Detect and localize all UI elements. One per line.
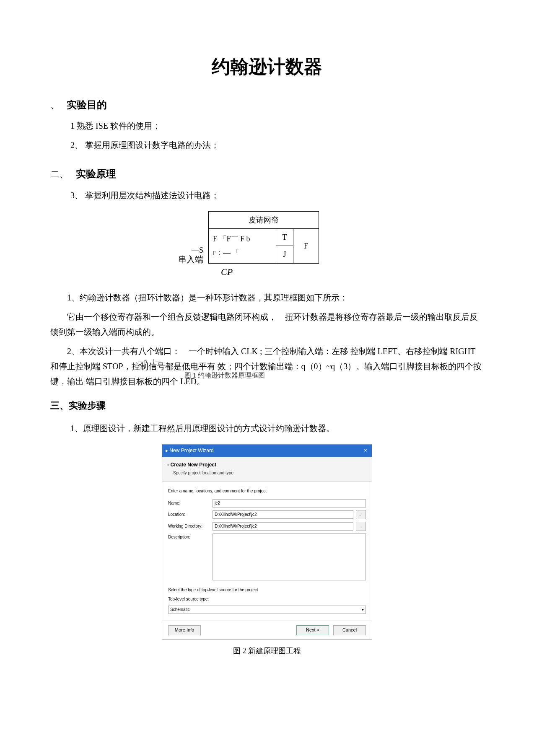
- section1-item1: 1 熟悉 ISE 软件的使用；: [70, 118, 484, 133]
- browse-location-button[interactable]: ...: [356, 510, 366, 519]
- body-p1: 1、约翰逊计数器（扭环计数器）是一种环形计数器，其原理框图如下所示：: [50, 290, 484, 305]
- browse-workdir-button[interactable]: ...: [356, 522, 366, 531]
- new-project-wizard: ▸ New Project Wizard × ◦ Create New Proj…: [162, 444, 372, 640]
- wizard-title: New Project Wizard: [169, 448, 213, 453]
- body-p2: 它由一个移位寄存器和一个组合反馈逻辑电路闭环构成， 扭环计数器是将移位寄存器最后…: [50, 309, 484, 339]
- next-button[interactable]: Next >: [296, 625, 329, 635]
- close-icon[interactable]: ×: [363, 448, 368, 454]
- section3-heading: 三、实验步骤: [50, 397, 106, 414]
- section1-number: 、: [50, 97, 60, 114]
- figure2-caption: 图 2 新建原理图工程: [50, 644, 484, 658]
- name-field[interactable]: jc2: [213, 499, 366, 507]
- section1-item2-text: 掌握用原理图设计数字电路的办法；: [85, 140, 219, 150]
- section2-heading: 实验原理: [76, 165, 116, 183]
- body-p3: 2、本次设计一共有八个端口： 一个时钟输入 CLK ; 三个控制输入端：左移 控…: [50, 344, 484, 389]
- wizard-icon: ▸: [166, 448, 168, 453]
- section1-heading: 实验目的: [67, 96, 107, 114]
- ghost-text-1: —p i—: [138, 356, 161, 367]
- more-info-button[interactable]: More Info: [168, 625, 201, 635]
- chevron-down-icon: ▾: [362, 606, 364, 614]
- section1-item2-num: 2、: [70, 140, 83, 150]
- diagram-header: 皮请网帘: [209, 211, 319, 228]
- label-name: Name:: [168, 500, 210, 507]
- diagram-j: J: [276, 246, 293, 263]
- section2-item3-num: 3、: [70, 191, 83, 200]
- ghost-caption-fig1: 图 1 约翰逊计数器原理框图: [184, 370, 265, 382]
- description-field[interactable]: [213, 533, 366, 580]
- section2-item3-text: 掌握利用层次结构描述法设计电路；: [85, 191, 219, 200]
- workdir-field[interactable]: D:\Xilinx\WkProject\jc2: [213, 522, 353, 531]
- section2-number: 二、: [50, 166, 69, 183]
- wizard-sub: Specify project location and type: [173, 469, 367, 477]
- wizard-instruction: Enter a name, locations, and comment for…: [168, 487, 366, 495]
- principle-diagram: 皮请网帘 F 「F￣ F b r：— 「 T F J —S 串入端 CP: [158, 211, 376, 280]
- label-workdir: Working Directory:: [168, 523, 210, 530]
- diagram-label-input: 串入端: [178, 252, 203, 267]
- ghost-text-2: — 「」: [268, 355, 288, 366]
- toplevel-value: Schematic: [170, 606, 190, 614]
- diagram-row2: r：— 「: [213, 246, 272, 259]
- wizard-create-heading: Create New Project: [171, 462, 216, 468]
- diagram-f: F: [293, 228, 319, 263]
- document-title: 约翰逊计数器: [50, 50, 484, 83]
- label-location: Location:: [168, 511, 210, 518]
- diagram-t: T: [276, 228, 293, 246]
- location-field[interactable]: D:\Xilinx\WkProject\jc2: [213, 510, 353, 519]
- toplevel-select[interactable]: Schematic ▾: [168, 606, 366, 614]
- diagram-row1: F 「F￣ F b: [213, 232, 272, 246]
- label-toplevel: Top-level source type:: [168, 595, 218, 603]
- cancel-button[interactable]: Cancel: [333, 625, 366, 635]
- section3-item1: 1、原理图设计，新建工程然后用原理图设计的方式设计约翰逊计数器。: [70, 421, 484, 436]
- wizard-select-text: Select the type of top-level source for …: [168, 586, 366, 594]
- diagram-cp-label: CP: [221, 264, 376, 280]
- label-description: Description:: [168, 533, 210, 541]
